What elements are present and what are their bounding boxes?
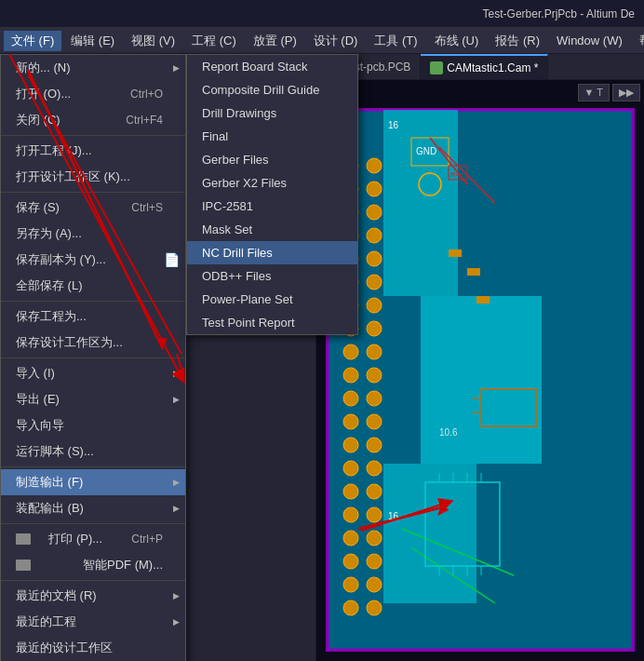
- fab-ipc2581[interactable]: IPC-2581: [187, 195, 357, 218]
- menu-fabrication[interactable]: 制造输出 (F): [1, 469, 185, 495]
- filter-btn[interactable]: ▼ T: [578, 84, 610, 101]
- menu-open[interactable]: 打开 (O)... Ctrl+O: [1, 81, 185, 107]
- fab-test-point-report[interactable]: Test Point Report: [187, 311, 357, 334]
- menu-open-shortcut: Ctrl+O: [130, 88, 163, 101]
- menu-print[interactable]: 打印 (P)... Ctrl+P: [1, 526, 185, 552]
- menu-new[interactable]: 新的... (N): [1, 55, 185, 81]
- menu-open-workspace-label: 打开设计工作区 (K)...: [16, 169, 130, 185]
- svg-point-37: [367, 461, 382, 476]
- panel-right-btn[interactable]: ▶▶: [612, 84, 640, 101]
- fab-nc-drill-files[interactable]: NC Drill Files: [187, 241, 357, 264]
- menu-recent-project[interactable]: 最近的工程: [1, 609, 185, 635]
- svg-point-18: [343, 484, 358, 499]
- fab-odb-files-label: ODB++ Files: [202, 269, 271, 283]
- svg-point-29: [367, 275, 382, 290]
- svg-rect-54: [467, 268, 480, 276]
- svg-point-40: [367, 531, 382, 546]
- fab-mask-set[interactable]: Mask Set: [187, 218, 357, 241]
- fab-odb-files[interactable]: ODB++ Files: [187, 264, 357, 288]
- menu-open-workspace[interactable]: 打开设计工作区 (K)...: [1, 164, 185, 190]
- pcb-canvas: GND R4 16 16 10: [326, 108, 635, 652]
- svg-point-39: [367, 507, 382, 522]
- menu-save-shortcut: Ctrl+S: [131, 201, 163, 214]
- menu-open-project[interactable]: 打开工程 (J)...: [1, 138, 185, 164]
- fab-mask-set-label: Mask Set: [202, 223, 252, 236]
- fab-composite-drill[interactable]: Composite Drill Guide: [187, 78, 357, 101]
- fab-gerber-files-label: Gerber Files: [202, 153, 269, 167]
- menu-recent-docs[interactable]: 最近的文档 (R): [1, 583, 185, 609]
- menu-run-script[interactable]: 运行脚本 (S)...: [1, 438, 185, 465]
- menu-import[interactable]: 导入 (I): [1, 360, 185, 386]
- fab-gerber-x2[interactable]: Gerber X2 Files: [187, 171, 357, 195]
- divider-5: [1, 466, 185, 467]
- menu-tools[interactable]: 工具 (T): [367, 31, 424, 51]
- menu-close[interactable]: 关闭 (C) Ctrl+F4: [1, 107, 185, 133]
- fab-gerber-x2-label: Gerber X2 Files: [202, 176, 287, 190]
- menu-file[interactable]: 文件 (F): [4, 31, 61, 51]
- menu-assembly[interactable]: 装配输出 (B): [1, 495, 185, 521]
- menu-report[interactable]: 报告 (R): [488, 31, 547, 51]
- divider-3: [1, 301, 185, 302]
- menu-assembly-label: 装配输出 (B): [16, 500, 84, 517]
- file-menu: 新的... (N) 打开 (O)... Ctrl+O 关闭 (C) Ctrl+F…: [0, 54, 186, 661]
- menu-window[interactable]: Window (W): [549, 32, 630, 49]
- menu-project[interactable]: 工程 (C): [184, 31, 244, 51]
- menu-design[interactable]: 设计 (D): [306, 31, 366, 51]
- svg-point-22: [343, 577, 358, 592]
- divider-7: [1, 580, 185, 581]
- svg-point-42: [367, 577, 382, 592]
- divider-2: [1, 192, 185, 193]
- fab-drill-drawings[interactable]: Drill Drawings: [187, 101, 357, 125]
- fab-gerber-files[interactable]: Gerber Files: [187, 148, 357, 171]
- menu-smart-pdf-label: 智能PDF (M)...: [83, 557, 163, 573]
- fab-power-plane-set[interactable]: Power-Plane Set: [187, 288, 357, 311]
- svg-text:10.6: 10.6: [439, 427, 458, 438]
- svg-point-21: [343, 554, 358, 569]
- menu-save-copy[interactable]: 保存副本为 (Y)... 📄: [1, 247, 185, 273]
- menu-close-label: 关闭 (C): [16, 112, 60, 128]
- menu-recent-workspace[interactable]: 最近的设计工作区: [1, 635, 185, 661]
- tab-cam[interactable]: CAMtastic1.Cam *: [421, 54, 548, 79]
- menu-import-wizard-label: 导入向导: [16, 417, 64, 434]
- file-indicator: 📄: [164, 252, 180, 267]
- fab-report-board-stack[interactable]: Report Board Stack: [187, 55, 357, 78]
- menu-save[interactable]: 保存 (S) Ctrl+S: [1, 195, 185, 221]
- menu-export[interactable]: 导出 (E): [1, 386, 185, 412]
- menu-save-all[interactable]: 全部保存 (L): [1, 273, 185, 299]
- svg-text:16: 16: [388, 120, 399, 130]
- menu-export-label: 导出 (E): [16, 391, 60, 408]
- menu-import-wizard[interactable]: 导入向导: [1, 412, 185, 438]
- menu-save-as-label: 另存为 (A)...: [16, 225, 82, 242]
- divider-6: [1, 523, 185, 524]
- menu-edit[interactable]: 编辑 (E): [63, 31, 122, 51]
- right-panel: ▼ T ▶▶: [316, 80, 644, 661]
- menu-fabrication-label: 制造输出 (F): [16, 474, 83, 491]
- menu-save-as[interactable]: 另存为 (A)...: [1, 221, 185, 247]
- svg-point-33: [367, 368, 382, 383]
- menu-recent-workspace-label: 最近的设计工作区: [16, 640, 113, 656]
- menu-save-workspace[interactable]: 保存设计工作区为...: [1, 330, 185, 356]
- svg-point-27: [367, 228, 382, 243]
- svg-point-26: [367, 205, 382, 220]
- menu-place[interactable]: 放置 (P): [246, 31, 304, 51]
- svg-point-23: [343, 600, 358, 615]
- menu-run-script-label: 运行脚本 (S)...: [16, 443, 94, 460]
- menu-save-project[interactable]: 保存工程为...: [1, 304, 185, 330]
- menu-help[interactable]: 帮助 (H): [632, 31, 644, 51]
- svg-point-13: [343, 368, 358, 383]
- divider-4: [1, 357, 185, 358]
- svg-point-24: [367, 158, 382, 173]
- menu-open-label: 打开 (O)...: [16, 86, 71, 102]
- fab-final[interactable]: Final: [187, 125, 357, 148]
- menu-print-label: 打印 (P)...: [48, 531, 102, 547]
- svg-point-38: [367, 484, 382, 499]
- menu-close-shortcut: Ctrl+F4: [126, 114, 163, 127]
- fab-drill-drawings-label: Drill Drawings: [202, 106, 276, 120]
- menu-bar: 文件 (F) 编辑 (E) 视图 (V) 工程 (C) 放置 (P) 设计 (D…: [0, 28, 644, 54]
- menu-route[interactable]: 布线 (U): [427, 31, 487, 51]
- menu-save-copy-label: 保存副本为 (Y)...: [16, 251, 106, 268]
- svg-rect-55: [476, 296, 490, 304]
- menu-view[interactable]: 视图 (V): [124, 31, 182, 51]
- menu-smart-pdf[interactable]: 智能PDF (M)...: [1, 552, 185, 578]
- svg-point-12: [343, 344, 358, 359]
